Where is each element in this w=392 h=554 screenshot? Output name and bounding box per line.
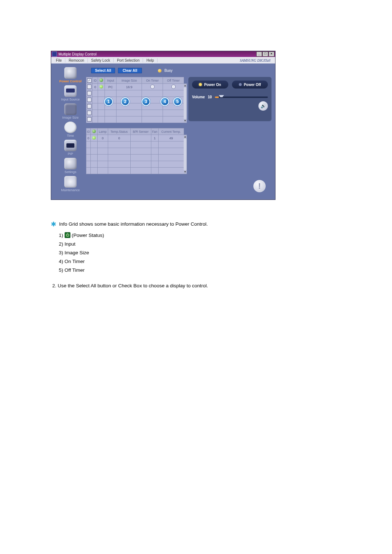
title-bar[interactable]: Multiple Display Control _ □ ×: [51, 51, 275, 57]
callout-marker-5: 5: [173, 97, 182, 106]
input-source-icon: [64, 85, 77, 97]
table-row[interactable]: [86, 155, 184, 161]
cell-id: 0: [93, 84, 98, 90]
menu-safety-lock[interactable]: Safety Lock: [88, 58, 114, 62]
table-row[interactable]: [86, 90, 184, 97]
menu-remocon[interactable]: Remocon: [65, 58, 88, 62]
col-image-size: Image Size: [117, 77, 142, 84]
scrollbar[interactable]: ▲▼: [184, 135, 187, 174]
sidebar: Power Control Input Source Image Size Ti…: [55, 67, 86, 194]
sidebar-item-input-source[interactable]: Input Source: [61, 85, 79, 101]
power-on-label: Power On: [204, 83, 221, 87]
gear-icon: [64, 158, 77, 169]
row-checkbox[interactable]: [87, 104, 91, 108]
list-item: 2) Input: [59, 241, 359, 248]
menu-file[interactable]: File: [53, 58, 65, 62]
intro-text: Info Grid shows some basic information n…: [59, 221, 208, 227]
sidebar-item-time[interactable]: Time: [64, 122, 77, 138]
close-button[interactable]: ×: [269, 52, 274, 57]
power-status-icon: [65, 232, 70, 238]
list-item: 3) Image Size: [59, 249, 359, 257]
maximize-button[interactable]: □: [262, 52, 268, 57]
table-row[interactable]: 0 0 0 1 49: [86, 135, 184, 141]
volume-slider[interactable]: [215, 97, 268, 98]
table-row[interactable]: [86, 103, 184, 110]
sidebar-label: Image Size: [62, 116, 78, 119]
document-text: ✱ Info Grid shows some basic information…: [51, 219, 359, 290]
menu-port-selection[interactable]: Port Selection: [114, 58, 143, 62]
list-item: 4) On Timer: [59, 258, 359, 266]
speaker-icon[interactable]: 🔊: [258, 101, 268, 111]
select-all-button[interactable]: Select All: [91, 68, 115, 73]
table-row[interactable]: 0 PC 16:9: [86, 84, 184, 90]
toolbar: Select All Clear All Busy: [86, 67, 271, 77]
maintenance-icon: [64, 176, 77, 188]
callout-marker-1: 1: [104, 97, 113, 106]
col-id: ID: [86, 128, 91, 135]
cell-br-senser: [130, 135, 151, 141]
row-checkbox[interactable]: [87, 111, 91, 115]
menu-help[interactable]: Help: [143, 58, 158, 62]
status-grid: ID Lamp Temp.Status B/R Senser Fan Curre…: [86, 128, 184, 174]
off-timer-radio[interactable]: [171, 85, 176, 89]
col-lamp: Lamp: [98, 128, 108, 135]
cell-current-temp: 49: [158, 135, 184, 141]
window-title: Multiple Display Control: [58, 52, 97, 56]
display-grid: ID Input Image Size On Timer Off Timer: [86, 77, 184, 123]
scroll-down-icon[interactable]: ▼: [184, 119, 187, 123]
power-on-button[interactable]: Power On: [192, 81, 228, 89]
scrollbar[interactable]: ▲▼: [184, 83, 187, 123]
power-dot-icon: [92, 136, 96, 140]
led-off-icon: [239, 83, 242, 86]
table-row[interactable]: [86, 148, 184, 155]
cell-temp-status: 0: [108, 135, 130, 141]
row-checkbox[interactable]: [87, 117, 91, 122]
slider-thumb-icon[interactable]: [219, 95, 224, 99]
table-row[interactable]: [86, 116, 184, 123]
power-dot-icon: [99, 85, 103, 89]
col-input: Input: [105, 77, 117, 84]
col-temp-status: Temp.Status: [108, 128, 130, 135]
menu-bar: File Remocon Safety Lock Port Selection …: [51, 57, 275, 63]
power-status-icon: [99, 78, 103, 82]
scroll-up-icon[interactable]: ▲: [184, 84, 187, 87]
row-checkbox[interactable]: [87, 85, 91, 89]
power-panel: Power On Power Off Volume 10: [188, 77, 271, 121]
table-row[interactable]: [86, 141, 184, 148]
sidebar-item-pip[interactable]: PIP: [64, 140, 77, 156]
sidebar-item-settings[interactable]: Settings: [64, 158, 77, 174]
table-row[interactable]: [86, 168, 184, 174]
sidebar-label: Time: [67, 134, 74, 138]
row-checkbox[interactable]: [87, 98, 91, 102]
table-row[interactable]: [86, 161, 184, 168]
alert-icon: !: [253, 180, 266, 192]
col-current-temp: Current Temp.: [158, 128, 184, 135]
list-item: 5) Off Timer: [59, 267, 359, 274]
app-icon: [52, 52, 57, 57]
cell-lamp: 0: [98, 135, 108, 141]
table-header-row: ID Lamp Temp.Status B/R Senser Fan Curre…: [86, 128, 184, 135]
sidebar-item-maintenance[interactable]: Maintenance: [61, 176, 80, 192]
sidebar-item-power-control[interactable]: Power Control: [59, 67, 82, 83]
scroll-down-icon[interactable]: ▼: [184, 170, 187, 174]
step-2-text: 2. Use the Select All button or Check Bo…: [51, 282, 359, 290]
clear-all-button[interactable]: Clear All: [118, 68, 142, 73]
sidebar-item-image-size[interactable]: Image Size: [62, 103, 78, 119]
col-id: ID: [93, 77, 98, 84]
led-on-icon: [199, 83, 202, 86]
row-checkbox[interactable]: [87, 91, 91, 95]
header-checkbox[interactable]: [87, 78, 91, 83]
table-row[interactable]: [86, 97, 184, 103]
col-br-senser: B/R Senser: [130, 128, 151, 135]
busy-label: Busy: [164, 69, 172, 73]
sidebar-label: Power Control: [59, 79, 82, 83]
status-bar: !: [86, 178, 271, 194]
power-off-button[interactable]: Power Off: [232, 81, 268, 89]
clock-icon: [64, 122, 77, 133]
col-on-timer: On Timer: [142, 77, 163, 84]
on-timer-radio[interactable]: [150, 85, 155, 89]
minimize-button[interactable]: _: [256, 52, 262, 57]
image-size-icon: [64, 103, 77, 115]
scroll-up-icon[interactable]: ▲: [184, 135, 187, 139]
table-row[interactable]: [86, 110, 184, 116]
